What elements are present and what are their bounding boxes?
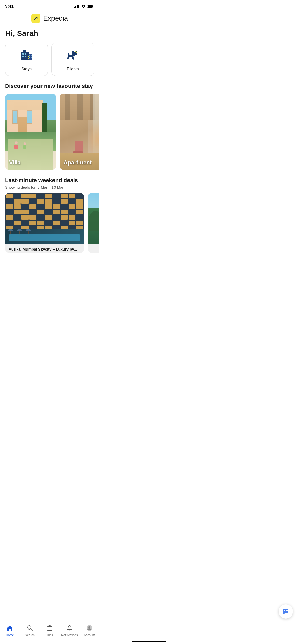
- apartment-photo: [60, 94, 99, 170]
- svg-rect-15: [30, 59, 31, 60]
- flights-icon: [66, 48, 80, 64]
- battery-icon: [87, 5, 94, 8]
- deal-card-1-image: [5, 193, 84, 244]
- deal-card-1-name: Aurika, Mumbai Skycity – Luxury by...: [5, 244, 84, 253]
- svg-rect-7: [22, 56, 24, 57]
- svg-point-20: [76, 51, 77, 52]
- svg-rect-16: [28, 56, 29, 57]
- svg-rect-5: [22, 53, 24, 55]
- svg-rect-12: [31, 55, 32, 56]
- svg-rect-9: [23, 58, 26, 60]
- flights-label: Flights: [67, 67, 79, 71]
- stays-card[interactable]: Stays: [5, 43, 48, 76]
- svg-rect-17: [28, 58, 29, 59]
- apartment-label: Apartment: [64, 159, 92, 166]
- svg-rect-13: [29, 57, 30, 58]
- wifi-icon: [81, 5, 86, 8]
- svg-rect-8: [25, 56, 26, 57]
- deals-subtitle: Showing deals for: 8 Mar – 10 Mar: [0, 185, 99, 193]
- status-time: 9:41: [5, 4, 14, 9]
- deals-section: Last-minute weekend deals Showing deals …: [0, 177, 99, 258]
- discover-scroll: Villa: [0, 94, 99, 177]
- greeting-section: Hi, Sarah: [0, 27, 99, 43]
- deal-card-1[interactable]: Aurika, Mumbai Skycity – Luxury by...: [5, 193, 84, 253]
- stays-icon: [19, 48, 34, 64]
- villa-card[interactable]: Villa: [5, 94, 56, 170]
- expedia-logo: [31, 14, 40, 23]
- villa-label: Villa: [9, 159, 21, 166]
- status-icons: [74, 5, 94, 8]
- svg-rect-6: [25, 53, 26, 55]
- svg-rect-14: [31, 57, 32, 58]
- discover-title: Discover your new favourite stay: [0, 83, 99, 94]
- svg-rect-1: [88, 5, 93, 8]
- signal-icon: [74, 5, 79, 8]
- svg-rect-11: [29, 55, 30, 56]
- status-bar: 9:41: [0, 0, 99, 11]
- stays-label: Stays: [21, 67, 32, 71]
- deal-card-2-image: [88, 193, 99, 244]
- quick-links: Stays Flights: [0, 43, 99, 83]
- flights-card[interactable]: Flights: [51, 43, 94, 76]
- svg-rect-4: [23, 50, 26, 52]
- deal-card-2[interactable]: [88, 193, 99, 253]
- app-header: Expedia: [0, 11, 99, 27]
- greeting-text: Hi, Sarah: [5, 29, 94, 38]
- apartment-card[interactable]: Apartment: [60, 94, 99, 170]
- discover-section: Discover your new favourite stay: [0, 83, 99, 177]
- villa-photo: [5, 94, 56, 170]
- app-title: Expedia: [43, 14, 68, 22]
- svg-rect-18: [28, 55, 29, 55]
- deals-scroll: Aurika, Mumbai Skycity – Luxury by...: [0, 193, 99, 258]
